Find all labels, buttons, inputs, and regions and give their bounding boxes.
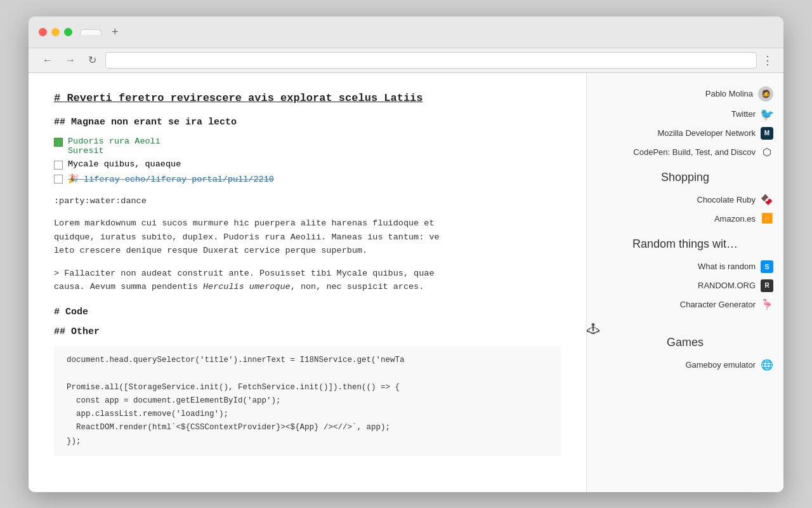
shopping-section-header: Shopping (587, 164, 783, 188)
emoji-line: :party:water:dance (54, 194, 561, 208)
list-item: 🎉 liferay-echo/liferay-portal/pull/2210 (54, 173, 561, 184)
random-section-header: Random things wit… (587, 231, 783, 255)
gameboy-label: Gameboy emulator (685, 360, 756, 370)
nav-bar: ← → ↻ ⋮ (29, 48, 783, 73)
browser-menu-button[interactable]: ⋮ (762, 53, 773, 67)
codepen-icon: ⬡ (761, 146, 773, 159)
sidebar-item-mdn[interactable]: Mozilla Developer Network M (587, 124, 783, 143)
code-line: const app = document.getElementById('app… (67, 394, 548, 408)
list-item: Pudoris rura AeoliSuresit (54, 137, 561, 156)
code-line: document.head.querySelector('title').inn… (67, 354, 548, 367)
checklist-item-text: Mycale quibus, quaeque (68, 159, 181, 169)
code-line: ReactDOM.render(html`<${CSSContextProvid… (67, 421, 548, 434)
close-button[interactable] (39, 28, 47, 36)
title-bar: + (29, 17, 783, 48)
browser-content: # Reverti feretro revirescere avis explo… (29, 73, 783, 492)
chocolate-ruby-label: Chocolate Ruby (697, 195, 756, 204)
what-is-random-label: What is random (698, 262, 756, 271)
minimize-button[interactable] (51, 28, 60, 36)
amazon-label: Amazon.es (714, 214, 756, 224)
checkbox-unchecked[interactable] (54, 161, 63, 170)
heading-other: ## Other (54, 326, 561, 337)
char-gen-icon: 🦩 (761, 298, 773, 311)
stackshare-icon: S (761, 260, 773, 273)
codepen-label: CodePen: Build, Test, and Discov (633, 147, 756, 157)
checklist-item-strikethrough: 🎉 liferay-echo/liferay-portal/pull/2210 (68, 173, 274, 184)
sidebar-item-twitter[interactable]: Twitter 🐦 (587, 105, 783, 124)
sidebar-item-codepen[interactable]: CodePen: Build, Test, and Discov ⬡ (587, 143, 783, 162)
code-block: document.head.querySelector('title').inn… (54, 346, 561, 456)
pr-link[interactable]: liferay-echo/liferay-portal/pull/2210 (84, 175, 274, 184)
forward-button[interactable]: → (62, 53, 79, 67)
twitter-label: Twitter (731, 109, 756, 119)
traffic-lights (39, 28, 72, 36)
paragraph-1: Lorem markdownum cui sucos murmure hic p… (54, 217, 561, 258)
games-section-header: 🕹 Games (587, 317, 783, 353)
maximize-button[interactable] (64, 28, 72, 36)
back-button[interactable]: ← (39, 53, 56, 67)
checkbox-unchecked-2[interactable] (54, 175, 63, 184)
code-line (67, 367, 548, 380)
blockquote: > Fallaciter non audeat construit ante. … (54, 267, 561, 294)
gameboy-icon: 🌐 (761, 359, 773, 371)
mdn-label: Mozilla Developer Network (657, 128, 756, 138)
mdn-icon: M (761, 127, 773, 140)
checklist: Pudoris rura AeoliSuresit Mycale quibus,… (54, 137, 561, 184)
address-bar[interactable] (105, 52, 757, 69)
amazon-icon: 🅰 (761, 213, 773, 225)
sidebar-item-what-is-random[interactable]: What is random S (587, 257, 783, 276)
refresh-button[interactable]: ↻ (84, 53, 100, 67)
games-header-label: Games (667, 336, 704, 349)
code-line: Promise.all([StorageService.init(), Fetc… (67, 381, 548, 394)
code-line: }); (67, 435, 548, 448)
checklist-item-text: Pudoris rura AeoliSuresit (68, 137, 160, 156)
sidebar-item-random-org[interactable]: RANDOM.ORG R (587, 276, 783, 295)
heading-1: # Reverti feretro revirescere avis explo… (54, 92, 561, 104)
main-content-panel: # Reverti feretro revirescere avis explo… (29, 73, 587, 492)
sidebar-item-pablo[interactable]: Pablo Molina 🧔 (587, 83, 783, 105)
sidebar-item-gameboy[interactable]: Gameboy emulator 🌐 (587, 356, 783, 375)
sidebar-item-char-gen[interactable]: Character Generator 🦩 (587, 295, 783, 314)
chocolate-icon: 🍫 (761, 194, 773, 206)
sidebar-panel: Pablo Molina 🧔 Twitter 🐦 Mozilla Develop… (587, 73, 783, 492)
checkbox-checked[interactable] (54, 138, 63, 147)
sidebar-item-chocolate-ruby[interactable]: Chocolate Ruby 🍫 (587, 190, 783, 210)
heading-2-1: ## Magnae non erant se ira lecto (54, 117, 561, 128)
pablo-name-label: Pablo Molina (705, 89, 753, 98)
item-green-text: Pudoris rura AeoliSuresit (68, 137, 160, 156)
sidebar-item-amazon[interactable]: Amazon.es 🅰 (587, 210, 783, 229)
pablo-avatar: 🧔 (758, 86, 773, 102)
list-item: Mycale quibus, quaeque (54, 159, 561, 170)
code-line: app.classList.remove('loading'); (67, 408, 548, 421)
char-gen-label: Character Generator (680, 300, 756, 309)
heading-code: # Code (54, 307, 561, 318)
tab-bar: + (80, 24, 773, 40)
random-org-label: RANDOM.ORG (698, 281, 756, 290)
new-tab-button[interactable]: + (107, 24, 124, 40)
active-tab[interactable] (80, 29, 102, 35)
browser-window: + ← → ↻ ⋮ # Reverti feretro revirescere … (29, 17, 783, 492)
games-icon: 🕹 (587, 323, 599, 336)
twitter-icon: 🐦 (761, 108, 773, 121)
random-org-icon: R (761, 279, 773, 292)
